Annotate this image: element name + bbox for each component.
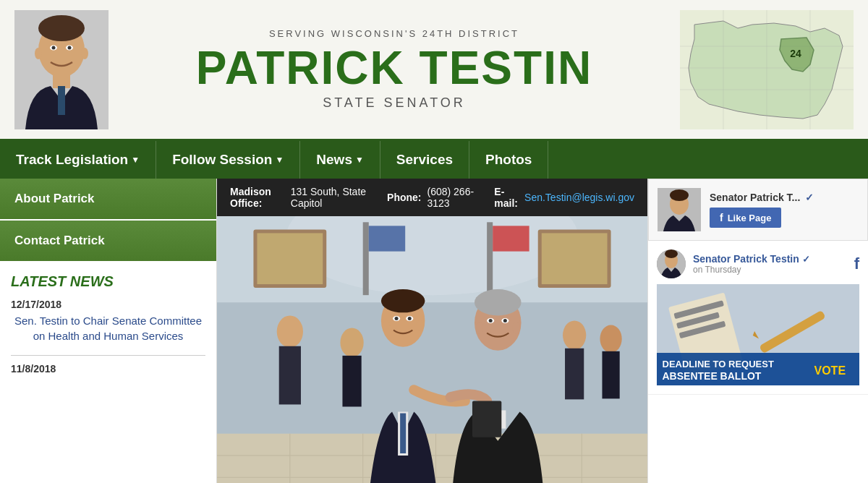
office-bar: Madison Office: 131 South, State Capitol… bbox=[217, 179, 647, 216]
fb-post-avatar bbox=[657, 249, 686, 278]
fb-page-name: Senator Patrick T... ✓ bbox=[710, 192, 859, 203]
nav-photos[interactable]: Photos bbox=[469, 141, 548, 179]
district-map: 24 bbox=[680, 10, 854, 129]
news-date-2: 11/8/2018 bbox=[11, 363, 205, 375]
fb-post-image: DEADLINE TO REQUEST ABSENTEE BALLOT VOTE bbox=[657, 284, 859, 385]
page-header: SERVING WISCONSIN'S 24TH DISTRICT PATRIC… bbox=[0, 0, 868, 141]
nav-news[interactable]: News ▼ bbox=[300, 141, 380, 179]
svg-point-7 bbox=[52, 46, 56, 49]
fb-post-header: Senator Patrick Testin ✓ on Thursday f bbox=[657, 249, 859, 278]
latest-news-box: LATEST NEWS 12/17/2018 Sen. Testin to Ch… bbox=[0, 262, 216, 397]
svg-rect-39 bbox=[279, 346, 301, 405]
svg-rect-27 bbox=[369, 226, 405, 251]
svg-point-53 bbox=[475, 289, 522, 315]
office-address: 131 South, State Capitol bbox=[291, 186, 370, 209]
main-content: Madison Office: 131 South, State Capitol… bbox=[217, 179, 647, 483]
facebook-icon: f bbox=[720, 212, 723, 223]
fb-post-verified: ✓ bbox=[802, 254, 810, 265]
follow-session-arrow: ▼ bbox=[275, 155, 284, 165]
svg-point-57 bbox=[489, 319, 493, 322]
svg-point-71 bbox=[665, 249, 678, 258]
svg-rect-41 bbox=[342, 356, 361, 407]
email-label: E-mail: bbox=[494, 186, 519, 209]
header-name: PATRICK TESTIN bbox=[123, 45, 665, 91]
news-item-2: 11/8/2018 bbox=[11, 363, 205, 375]
svg-rect-45 bbox=[400, 414, 406, 453]
svg-point-58 bbox=[503, 319, 507, 322]
svg-rect-29 bbox=[493, 226, 529, 251]
nav-follow-session[interactable]: Follow Session ▼ bbox=[156, 141, 300, 179]
svg-rect-61 bbox=[472, 401, 501, 437]
latest-news-title: LATEST NEWS bbox=[11, 273, 205, 290]
phone-label: Phone: bbox=[387, 192, 421, 203]
svg-point-38 bbox=[277, 315, 303, 347]
sidebar-about-patrick[interactable]: About Patrick bbox=[0, 179, 216, 221]
header-subtitle: SERVING WISCONSIN'S 24TH DISTRICT bbox=[123, 28, 665, 39]
svg-rect-65 bbox=[602, 351, 619, 399]
svg-rect-28 bbox=[487, 222, 493, 295]
svg-point-68 bbox=[670, 189, 689, 201]
fb-page-info: Senator Patrick T... ✓ f Like Page bbox=[710, 192, 859, 228]
svg-point-51 bbox=[416, 320, 423, 330]
fb-like-button[interactable]: f Like Page bbox=[710, 208, 781, 228]
header-title: STATE SENATOR bbox=[123, 95, 665, 111]
ceremony-photo bbox=[217, 216, 647, 483]
news-divider bbox=[11, 355, 205, 356]
nav-services[interactable]: Services bbox=[380, 141, 469, 179]
svg-point-43 bbox=[381, 289, 425, 312]
news-headline-1[interactable]: Sen. Testin to Chair Senate Committee on… bbox=[11, 313, 205, 343]
svg-point-59 bbox=[476, 322, 483, 333]
svg-point-40 bbox=[340, 328, 363, 357]
facebook-f-icon: f bbox=[854, 255, 859, 273]
track-legislation-arrow: ▼ bbox=[131, 155, 140, 165]
news-date-1: 12/17/2018 bbox=[11, 299, 205, 310]
office-label: Madison Office: bbox=[230, 186, 285, 209]
svg-rect-23 bbox=[257, 233, 323, 284]
svg-point-62 bbox=[563, 320, 586, 349]
phone-number: (608) 266-3123 bbox=[427, 186, 477, 209]
svg-point-10 bbox=[81, 48, 88, 59]
svg-rect-4 bbox=[58, 86, 65, 115]
svg-point-2 bbox=[38, 15, 85, 41]
fb-verified-badge: ✓ bbox=[805, 192, 814, 203]
sidebar-contact-patrick[interactable]: Contact Patrick bbox=[0, 221, 216, 262]
svg-point-60 bbox=[512, 322, 519, 333]
email-address[interactable]: Sen.Testin@legis.wi.gov bbox=[524, 192, 634, 203]
svg-point-64 bbox=[600, 325, 621, 353]
svg-point-50 bbox=[383, 320, 390, 330]
right-panel: Senator Patrick T... ✓ f Like Page bbox=[647, 179, 868, 483]
sidebar: About Patrick Contact Patrick LATEST NEW… bbox=[0, 179, 217, 483]
svg-point-8 bbox=[68, 46, 72, 49]
facebook-like-box: Senator Patrick T... ✓ f Like Page bbox=[648, 179, 868, 241]
svg-text:DEADLINE TO REQUEST: DEADLINE TO REQUEST bbox=[663, 359, 774, 369]
senator-photo bbox=[14, 10, 109, 129]
svg-text:24: 24 bbox=[790, 48, 801, 59]
svg-rect-26 bbox=[363, 222, 369, 295]
nav-track-legislation[interactable]: Track Legislation ▼ bbox=[0, 141, 156, 179]
facebook-post-section: Senator Patrick Testin ✓ on Thursday f bbox=[648, 241, 868, 395]
svg-text:VOTE: VOTE bbox=[814, 364, 846, 377]
svg-point-49 bbox=[408, 317, 412, 320]
svg-point-9 bbox=[35, 48, 42, 59]
news-item-1: 12/17/2018 Sen. Testin to Chair Senate C… bbox=[11, 299, 205, 343]
content-area: About Patrick Contact Patrick LATEST NEW… bbox=[0, 179, 868, 483]
svg-rect-63 bbox=[565, 349, 584, 400]
svg-text:ABSENTEE BALLOT: ABSENTEE BALLOT bbox=[663, 370, 762, 382]
fb-post-name-area: Senator Patrick Testin ✓ on Thursday bbox=[693, 253, 847, 275]
header-center: SERVING WISCONSIN'S 24TH DISTRICT PATRIC… bbox=[109, 28, 680, 111]
svg-point-48 bbox=[395, 317, 399, 320]
fb-page-avatar bbox=[658, 188, 701, 231]
fb-post-name[interactable]: Senator Patrick Testin ✓ bbox=[693, 253, 847, 265]
fb-post-time: on Thursday bbox=[693, 265, 847, 275]
main-navbar: Track Legislation ▼ Follow Session ▼ New… bbox=[0, 141, 868, 179]
svg-rect-25 bbox=[542, 233, 608, 284]
news-arrow: ▼ bbox=[355, 155, 364, 165]
